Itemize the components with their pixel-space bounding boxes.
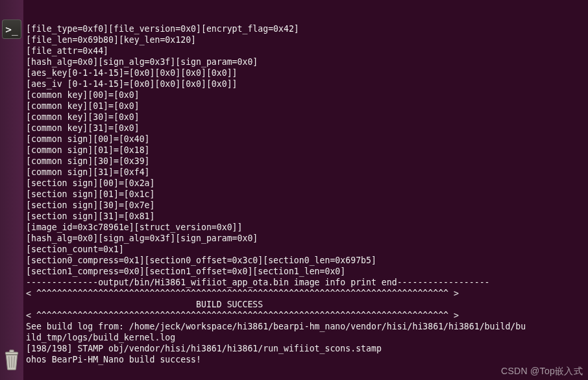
terminal-output-line: [common key][01]=[0x0]	[26, 101, 585, 112]
terminal-output-line: ild_tmp/logs/build_kernel.log	[26, 332, 585, 343]
terminal-output-line: See build log from: /home/jeck/workspace…	[26, 321, 585, 332]
terminal-output-line: [section1_compress=0x0][section1_offset=…	[26, 266, 585, 277]
terminal-output-line: [common key][00]=[0x0]	[26, 89, 585, 101]
terminal-output-line: [common key][30]=[0x0]	[26, 112, 585, 123]
ubuntu-launcher: >_	[0, 0, 23, 380]
terminal-output-line: ohos BearPi-HM_Nano build success!	[26, 354, 585, 365]
terminal-output-line: [hash_alg=0x0][sign_alg=0x3f][sign_param…	[26, 56, 585, 67]
terminal-output-line: [section_count=0x1]	[26, 244, 585, 255]
terminal-output-line: [hash_alg=0x0][sign_alg=0x3f][sign_param…	[26, 233, 585, 244]
terminal-output-line: [section sign][00]=[0x2a]	[26, 178, 585, 189]
terminal-output-line: [section0_compress=0x1][section0_offset=…	[26, 255, 585, 266]
terminal-output-line: [198/198] STAMP obj/vendor/hisi/hi3861/h…	[26, 343, 585, 354]
terminal-output-line: [image_id=0x3c78961e][struct_version=0x0…	[26, 222, 585, 233]
terminal-output-line: [file_attr=0x44]	[26, 45, 585, 56]
terminal-output-line: < ^^^^^^^^^^^^^^^^^^^^^^^^^^^^^^^^^^^^^^…	[26, 288, 585, 299]
terminal-output: [file_type=0xf0][file_version=0x0][encry…	[26, 23, 585, 365]
terminal-output-line: [file_type=0xf0][file_version=0x0][encry…	[26, 23, 585, 34]
terminal-output-line: [common key][31]=[0x0]	[26, 123, 585, 134]
terminal-output-line: [section sign][01]=[0x1c]	[26, 189, 585, 200]
svg-rect-1	[10, 350, 14, 352]
terminal-output-line: [section sign][30]=[0x7e]	[26, 200, 585, 211]
terminal-output-line: [section sign][31]=[0x81]	[26, 211, 585, 222]
terminal-glyph-icon: >_	[5, 23, 18, 36]
trash-svg-icon	[3, 349, 20, 371]
trash-icon[interactable]	[2, 348, 21, 372]
terminal-output-line: [aes_key[0-1-14-15]=[0x0][0x0][0x0][0x0]…	[26, 67, 585, 78]
terminal-output-line: < ^^^^^^^^^^^^^^^^^^^^^^^^^^^^^^^^^^^^^^…	[26, 310, 585, 321]
terminal-output-line: [file_len=0x69b80][key_len=0x120]	[26, 34, 585, 45]
terminal-output-line: [common sign][30]=[0x39]	[26, 156, 585, 167]
terminal-output-line: BUILD SUCCESS	[26, 299, 585, 310]
terminal-launcher-icon[interactable]: >_	[2, 19, 21, 39]
terminal-output-line: [common sign][01]=[0x18]	[26, 145, 585, 156]
terminal-window[interactable]: [file_type=0xf0][file_version=0x0][encry…	[23, 0, 588, 380]
terminal-output-line: [common sign][00]=[0x40]	[26, 134, 585, 145]
terminal-output-line: [aes_iv [0-1-14-15]=[0x0][0x0][0x0][0x0]…	[26, 78, 585, 89]
terminal-output-line: [common sign][31]=[0xf4]	[26, 167, 585, 178]
terminal-output-line: --------------output/bin/Hi3861_wifiiot_…	[26, 277, 585, 288]
